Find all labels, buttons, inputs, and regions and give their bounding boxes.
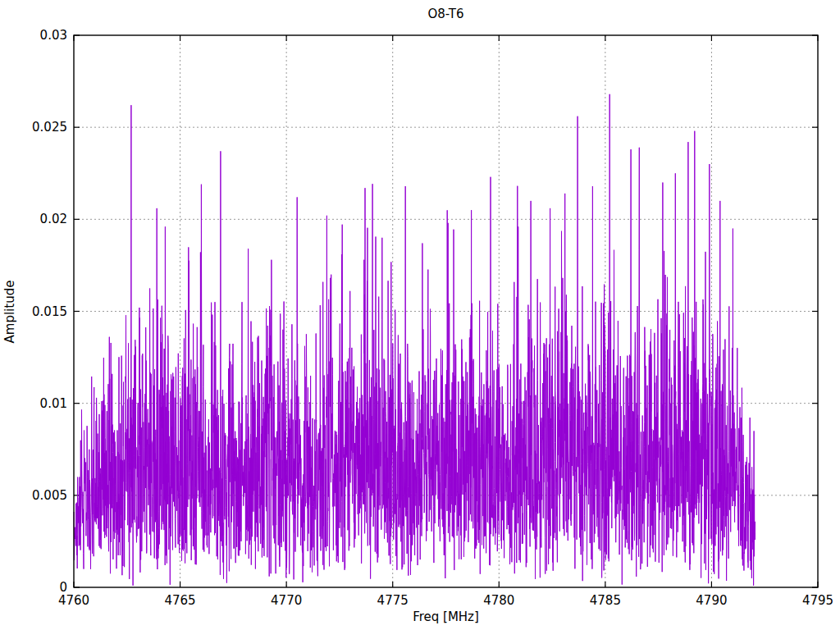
x-tick-label: 4785	[568, 593, 642, 608]
x-tick-label: 4795	[781, 593, 840, 608]
x-tick-label: 4780	[462, 593, 536, 608]
spectrum-trace	[74, 94, 756, 586]
plot-area	[0, 0, 840, 630]
y-tick-label: 0.01	[0, 396, 67, 411]
y-tick-label: 0.005	[0, 488, 67, 503]
y-tick-label: 0.025	[0, 120, 67, 135]
chart-figure: O8-T6 Amplitude Freq [MHz] 4760476547704…	[0, 0, 840, 630]
x-tick-label: 4775	[356, 593, 430, 608]
y-tick-label: 0.015	[0, 304, 67, 319]
y-tick-label: 0.02	[0, 212, 67, 226]
y-tick-label: 0.03	[0, 28, 67, 43]
y-tick-label: 0	[0, 580, 67, 595]
x-tick-label: 4760	[37, 593, 111, 608]
x-tick-label: 4770	[249, 593, 323, 608]
x-tick-label: 4790	[674, 593, 748, 608]
x-tick-label: 4765	[144, 593, 217, 608]
